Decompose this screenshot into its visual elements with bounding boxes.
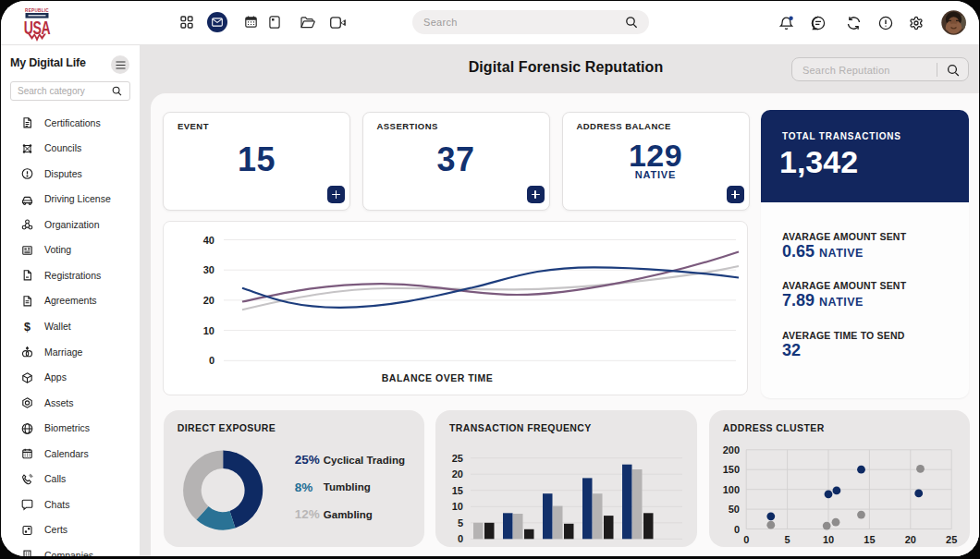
svg-text:20: 20 bbox=[904, 534, 915, 545]
svg-text:30: 30 bbox=[203, 264, 214, 275]
svg-text:25: 25 bbox=[946, 534, 957, 545]
svg-text:0: 0 bbox=[209, 355, 214, 366]
svg-text:REPUBLIC: REPUBLIC bbox=[25, 8, 49, 13]
svg-text:10: 10 bbox=[452, 501, 463, 512]
svg-text:25: 25 bbox=[452, 453, 463, 464]
svg-text:10: 10 bbox=[823, 534, 834, 545]
svg-text:15: 15 bbox=[452, 485, 463, 496]
svg-text:BALANCE OVER TIME: BALANCE OVER TIME bbox=[382, 372, 494, 383]
svg-text:USA: USA bbox=[24, 17, 51, 38]
svg-text:200: 200 bbox=[722, 444, 739, 456]
svg-text:0: 0 bbox=[734, 524, 740, 535]
svg-text:0: 0 bbox=[743, 534, 749, 545]
svg-text:20: 20 bbox=[452, 468, 463, 480]
svg-text:100: 100 bbox=[722, 484, 739, 495]
svg-text:15: 15 bbox=[864, 534, 875, 545]
svg-text:50: 50 bbox=[729, 504, 740, 515]
svg-text:5: 5 bbox=[458, 517, 463, 529]
svg-text:150: 150 bbox=[722, 464, 739, 475]
svg-text:40: 40 bbox=[203, 235, 214, 246]
svg-text:10: 10 bbox=[203, 325, 214, 336]
svg-text:20: 20 bbox=[203, 295, 214, 306]
svg-text:0: 0 bbox=[458, 533, 463, 544]
svg-text:5: 5 bbox=[784, 534, 790, 545]
svg-text:$: $ bbox=[24, 321, 31, 334]
